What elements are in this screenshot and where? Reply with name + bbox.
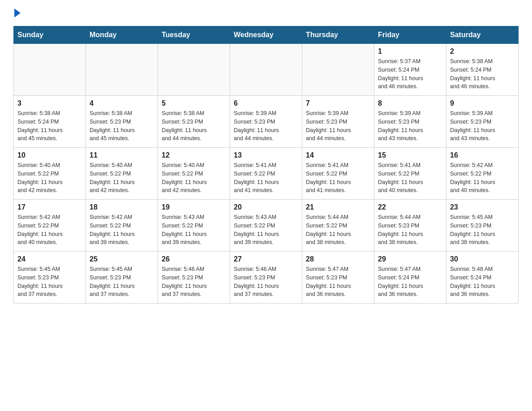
calendar-cell: 8Sunrise: 5:39 AM Sunset: 5:23 PM Daylig… — [374, 96, 446, 148]
calendar-cell — [158, 44, 230, 96]
day-number: 4 — [90, 99, 154, 107]
calendar-cell — [302, 44, 374, 96]
day-info: Sunrise: 5:45 AM Sunset: 5:23 PM Dayligh… — [17, 265, 82, 299]
calendar-cell — [230, 44, 302, 96]
day-info: Sunrise: 5:38 AM Sunset: 5:24 PM Dayligh… — [450, 57, 515, 91]
calendar-cell: 22Sunrise: 5:44 AM Sunset: 5:23 PM Dayli… — [374, 200, 446, 252]
page-header — [13, 9, 519, 19]
calendar-cell — [86, 44, 158, 96]
day-info: Sunrise: 5:45 AM Sunset: 5:23 PM Dayligh… — [450, 213, 515, 247]
day-number: 21 — [306, 203, 370, 211]
day-info: Sunrise: 5:41 AM Sunset: 5:22 PM Dayligh… — [378, 161, 442, 195]
header-wednesday: Wednesday — [230, 26, 302, 44]
calendar-cell: 14Sunrise: 5:41 AM Sunset: 5:22 PM Dayli… — [302, 148, 374, 200]
day-info: Sunrise: 5:42 AM Sunset: 5:22 PM Dayligh… — [450, 161, 515, 195]
calendar-body: 1Sunrise: 5:37 AM Sunset: 5:24 PM Daylig… — [14, 44, 519, 304]
day-info: Sunrise: 5:42 AM Sunset: 5:22 PM Dayligh… — [90, 213, 154, 247]
header-saturday: Saturday — [446, 26, 519, 44]
calendar-cell: 10Sunrise: 5:40 AM Sunset: 5:22 PM Dayli… — [14, 148, 86, 200]
day-info: Sunrise: 5:40 AM Sunset: 5:22 PM Dayligh… — [162, 161, 226, 195]
logo-triangle-icon — [14, 9, 21, 17]
day-info: Sunrise: 5:38 AM Sunset: 5:23 PM Dayligh… — [90, 109, 154, 143]
day-number: 30 — [450, 255, 515, 263]
calendar-cell: 21Sunrise: 5:44 AM Sunset: 5:22 PM Dayli… — [302, 200, 374, 252]
day-number: 16 — [450, 151, 515, 159]
calendar-header: SundayMondayTuesdayWednesdayThursdayFrid… — [14, 26, 519, 44]
day-info: Sunrise: 5:40 AM Sunset: 5:22 PM Dayligh… — [90, 161, 154, 195]
day-number: 14 — [306, 151, 370, 159]
day-info: Sunrise: 5:39 AM Sunset: 5:23 PM Dayligh… — [378, 109, 442, 143]
day-info: Sunrise: 5:41 AM Sunset: 5:22 PM Dayligh… — [306, 161, 370, 195]
calendar-cell: 17Sunrise: 5:42 AM Sunset: 5:22 PM Dayli… — [14, 200, 86, 252]
calendar-cell: 24Sunrise: 5:45 AM Sunset: 5:23 PM Dayli… — [14, 252, 86, 304]
calendar-cell: 19Sunrise: 5:43 AM Sunset: 5:22 PM Dayli… — [158, 200, 230, 252]
day-info: Sunrise: 5:40 AM Sunset: 5:22 PM Dayligh… — [17, 161, 82, 195]
week-row-1: 1Sunrise: 5:37 AM Sunset: 5:24 PM Daylig… — [14, 44, 519, 96]
day-info: Sunrise: 5:48 AM Sunset: 5:24 PM Dayligh… — [450, 265, 515, 299]
day-number: 3 — [17, 99, 82, 107]
day-info: Sunrise: 5:46 AM Sunset: 5:23 PM Dayligh… — [234, 265, 298, 299]
day-number: 5 — [162, 99, 226, 107]
day-number: 1 — [378, 47, 442, 56]
calendar-cell: 11Sunrise: 5:40 AM Sunset: 5:22 PM Dayli… — [86, 148, 158, 200]
calendar-cell: 12Sunrise: 5:40 AM Sunset: 5:22 PM Dayli… — [158, 148, 230, 200]
calendar-cell: 29Sunrise: 5:47 AM Sunset: 5:24 PM Dayli… — [374, 252, 446, 304]
logo — [13, 9, 21, 19]
week-row-2: 3Sunrise: 5:38 AM Sunset: 5:24 PM Daylig… — [14, 96, 519, 148]
day-info: Sunrise: 5:46 AM Sunset: 5:23 PM Dayligh… — [162, 265, 226, 299]
day-info: Sunrise: 5:38 AM Sunset: 5:24 PM Dayligh… — [17, 109, 82, 143]
day-number: 12 — [162, 151, 226, 159]
day-number: 24 — [17, 255, 82, 263]
header-friday: Friday — [374, 26, 446, 44]
day-number: 6 — [234, 99, 298, 107]
day-info: Sunrise: 5:43 AM Sunset: 5:22 PM Dayligh… — [162, 213, 226, 247]
day-number: 26 — [162, 255, 226, 263]
day-number: 2 — [450, 47, 515, 56]
day-number: 19 — [162, 203, 226, 211]
calendar-cell: 7Sunrise: 5:39 AM Sunset: 5:23 PM Daylig… — [302, 96, 374, 148]
header-thursday: Thursday — [302, 26, 374, 44]
day-info: Sunrise: 5:39 AM Sunset: 5:23 PM Dayligh… — [306, 109, 370, 143]
day-info: Sunrise: 5:44 AM Sunset: 5:23 PM Dayligh… — [378, 213, 442, 247]
day-info: Sunrise: 5:47 AM Sunset: 5:23 PM Dayligh… — [306, 265, 370, 299]
calendar-cell: 3Sunrise: 5:38 AM Sunset: 5:24 PM Daylig… — [14, 96, 86, 148]
calendar-cell: 4Sunrise: 5:38 AM Sunset: 5:23 PM Daylig… — [86, 96, 158, 148]
calendar-cell: 26Sunrise: 5:46 AM Sunset: 5:23 PM Dayli… — [158, 252, 230, 304]
day-info: Sunrise: 5:37 AM Sunset: 5:24 PM Dayligh… — [378, 57, 442, 91]
day-number: 15 — [378, 151, 442, 159]
day-number: 8 — [378, 99, 442, 107]
day-number: 13 — [234, 151, 298, 159]
header-tuesday: Tuesday — [158, 26, 230, 44]
calendar-cell: 23Sunrise: 5:45 AM Sunset: 5:23 PM Dayli… — [446, 200, 519, 252]
day-info: Sunrise: 5:39 AM Sunset: 5:23 PM Dayligh… — [450, 109, 515, 143]
calendar-cell: 6Sunrise: 5:39 AM Sunset: 5:23 PM Daylig… — [230, 96, 302, 148]
calendar-cell: 27Sunrise: 5:46 AM Sunset: 5:23 PM Dayli… — [230, 252, 302, 304]
day-number: 9 — [450, 99, 515, 107]
calendar-cell: 28Sunrise: 5:47 AM Sunset: 5:23 PM Dayli… — [302, 252, 374, 304]
day-number: 10 — [17, 151, 82, 159]
calendar-cell: 25Sunrise: 5:45 AM Sunset: 5:23 PM Dayli… — [86, 252, 158, 304]
calendar-cell: 18Sunrise: 5:42 AM Sunset: 5:22 PM Dayli… — [86, 200, 158, 252]
day-number: 22 — [378, 203, 442, 211]
calendar-cell — [14, 44, 86, 96]
day-number: 18 — [90, 203, 154, 211]
day-number: 11 — [90, 151, 154, 159]
week-row-4: 17Sunrise: 5:42 AM Sunset: 5:22 PM Dayli… — [14, 200, 519, 252]
calendar-cell: 1Sunrise: 5:37 AM Sunset: 5:24 PM Daylig… — [374, 44, 446, 96]
calendar-cell: 2Sunrise: 5:38 AM Sunset: 5:24 PM Daylig… — [446, 44, 519, 96]
day-info: Sunrise: 5:45 AM Sunset: 5:23 PM Dayligh… — [90, 265, 154, 299]
day-number: 25 — [90, 255, 154, 263]
day-number: 28 — [306, 255, 370, 263]
day-info: Sunrise: 5:38 AM Sunset: 5:23 PM Dayligh… — [162, 109, 226, 143]
day-info: Sunrise: 5:43 AM Sunset: 5:22 PM Dayligh… — [234, 213, 298, 247]
calendar-cell: 13Sunrise: 5:41 AM Sunset: 5:22 PM Dayli… — [230, 148, 302, 200]
week-row-3: 10Sunrise: 5:40 AM Sunset: 5:22 PM Dayli… — [14, 148, 519, 200]
calendar-cell: 16Sunrise: 5:42 AM Sunset: 5:22 PM Dayli… — [446, 148, 519, 200]
calendar-cell: 5Sunrise: 5:38 AM Sunset: 5:23 PM Daylig… — [158, 96, 230, 148]
day-number: 29 — [378, 255, 442, 263]
day-info: Sunrise: 5:47 AM Sunset: 5:24 PM Dayligh… — [378, 265, 442, 299]
header-sunday: Sunday — [14, 26, 86, 44]
header-monday: Monday — [86, 26, 158, 44]
day-number: 17 — [17, 203, 82, 211]
calendar-table: SundayMondayTuesdayWednesdayThursdayFrid… — [13, 26, 519, 304]
